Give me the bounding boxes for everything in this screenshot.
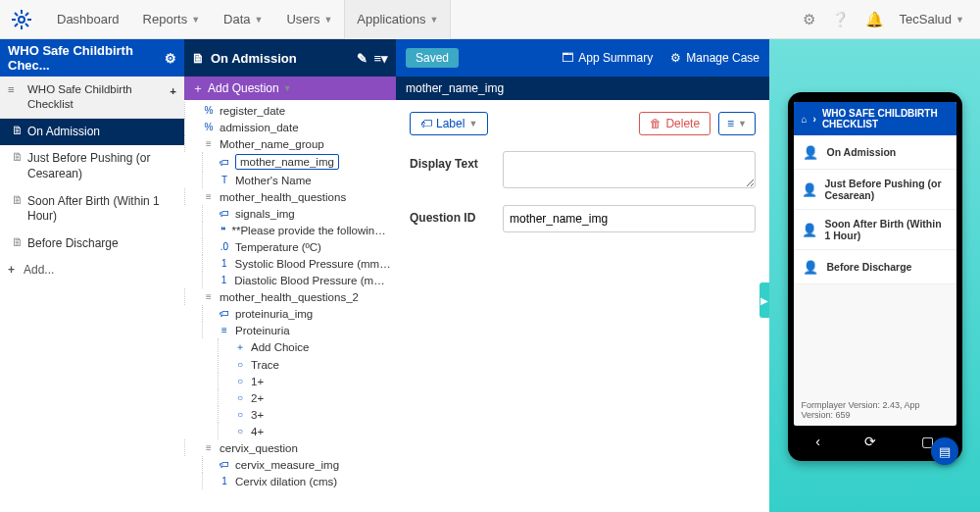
question-item[interactable]: 🏷mother_name_img	[184, 152, 396, 172]
question-item[interactable]: 1Systolic Blood Pressure (mmHg)	[184, 255, 396, 272]
phone-frame: ⌂ › WHO SAFE CHILDBIRTH CHECKLIST 👤On Ad…	[788, 92, 962, 461]
home-icon[interactable]: ⌂	[802, 114, 808, 125]
phone-menu-item[interactable]: 👤Before Discharge	[794, 250, 956, 284]
menu-item-icon: 👤	[802, 143, 819, 161]
image-icon: 🏷	[218, 208, 231, 219]
add-question-button[interactable]: ＋ Add Question ▼	[184, 77, 396, 100]
choice-item[interactable]: ○1+	[184, 373, 396, 389]
question-item[interactable]: %admission_date	[184, 119, 396, 135]
select-icon: ≡	[218, 325, 231, 335]
app-summary-label: App Summary	[578, 51, 653, 65]
phone-menu-item[interactable]: 👤On Admission	[794, 135, 956, 170]
question-menu-button[interactable]: ≡▼	[718, 112, 756, 135]
display-text-input[interactable]	[503, 151, 756, 188]
question-group[interactable]: ≡mother_health_questions_2	[184, 288, 396, 305]
choice-icon: ○	[233, 392, 247, 403]
choice-icon: ○	[233, 359, 247, 370]
back-icon[interactable]: ‹	[815, 434, 820, 449]
svg-point-0	[19, 17, 24, 23]
notifications-icon[interactable]: 🔔	[865, 11, 884, 28]
question-item[interactable]: .0Temperature (ºC)	[184, 238, 396, 255]
add-module-button[interactable]: + Add...	[0, 257, 184, 282]
add-form-icon[interactable]: +	[170, 84, 176, 99]
question-item[interactable]: 🏷signals_img	[184, 205, 396, 222]
phone-menu-item[interactable]: 👤Just Before Pushing (or Cesarean)	[794, 170, 956, 210]
form-item[interactable]: 🗎Just Before Pushing (or Cesarean)	[0, 145, 184, 187]
question-detail-panel: Saved 🗔App Summary ⚙Manage Case mother_n…	[396, 39, 769, 512]
choice-item[interactable]: ○2+	[184, 389, 396, 406]
chevron-right-icon: ›	[813, 114, 816, 125]
choice-item[interactable]: ○Trace	[184, 356, 396, 373]
edit-icon[interactable]: ✎	[357, 51, 368, 66]
chevron-down-icon: ▼	[956, 15, 964, 25]
choice-item[interactable]: ○3+	[184, 406, 396, 423]
question-item[interactable]: 🏷proteinuria_img	[184, 305, 396, 322]
module-name: WHO Safe Childbirth Checklist	[27, 83, 132, 110]
type-label: Label	[436, 117, 465, 130]
help-icon[interactable]: ❔	[831, 11, 850, 28]
summary-icon: 🗔	[562, 51, 573, 65]
app-settings-icon[interactable]: ⚙	[165, 51, 176, 66]
settings-icon[interactable]: ⚙	[803, 11, 815, 28]
question-title-bar: mother_name_img	[396, 77, 769, 100]
question-item[interactable]: %register_date	[184, 102, 396, 119]
nav-item-reports[interactable]: Reports▼	[131, 0, 212, 39]
choice-icon: ○	[233, 409, 247, 420]
app-title-bar: WHO Safe Childbirth Chec... ⚙	[0, 39, 184, 77]
app-title: WHO Safe Childbirth Chec...	[8, 43, 165, 73]
nav-item-data[interactable]: Data▼	[212, 0, 274, 39]
menu-item-icon: 👤	[802, 180, 817, 198]
question-item[interactable]: 1Cervix dilation (cms)	[184, 473, 396, 489]
manage-case-button[interactable]: ⚙Manage Case	[670, 51, 760, 65]
preview-collapse-tab[interactable]: ▶	[760, 282, 769, 318]
question-group[interactable]: ≡Mother_name_group	[184, 135, 396, 152]
app-summary-button[interactable]: 🗔App Summary	[562, 51, 653, 65]
list-icon: ≡	[8, 82, 15, 97]
phone-menu-list: 👤On Admission👤Just Before Pushing (or Ce…	[794, 135, 956, 394]
chevron-down-icon: ▼	[468, 119, 477, 128]
nav-items: DashboardReports▼Data▼Users▼Applications…	[45, 0, 451, 39]
image-icon: 🏷	[218, 459, 231, 470]
question-item[interactable]: 1Diastolic Blood Pressure (mmHg)	[184, 272, 396, 288]
phone-header: ⌂ › WHO SAFE CHILDBIRTH CHECKLIST	[794, 102, 956, 135]
refresh-icon[interactable]: ⟳	[864, 434, 876, 449]
phone-menu-item[interactable]: 👤Soon After Birth (Within 1 Hour)	[794, 210, 956, 250]
trash-icon: 🗑	[650, 117, 662, 130]
nav-item-users[interactable]: Users▼	[274, 0, 344, 39]
manage-case-label: Manage Case	[686, 51, 760, 65]
question-type-button[interactable]: 🏷Label▼	[410, 112, 488, 135]
image-icon: 🏷	[218, 308, 231, 319]
choice-icon: ○	[233, 426, 247, 436]
image-icon: 🏷	[218, 157, 231, 168]
module-header[interactable]: ≡ WHO Safe Childbirth Checklist +	[0, 77, 184, 119]
question-toolbar: 🏷Label▼ 🗑Delete ≡▼	[410, 112, 756, 135]
form-item[interactable]: 🗎Before Discharge	[0, 230, 184, 258]
question-group[interactable]: ≡mother_health_questions	[184, 188, 396, 205]
group-icon: ≡	[202, 138, 216, 149]
text-icon: T	[218, 175, 231, 185]
delete-button[interactable]: 🗑Delete	[639, 112, 710, 135]
nav-item-applications[interactable]: Applications▼	[344, 0, 451, 39]
group-icon: ≡	[202, 191, 216, 202]
question-item[interactable]: TMother's Name	[184, 172, 396, 188]
phone-fab[interactable]: ▤	[931, 437, 958, 465]
question-group[interactable]: ≡cervix_question	[184, 439, 396, 456]
choice-item[interactable]: ○4+	[184, 423, 396, 439]
question-item[interactable]: ≡Proteinuria	[184, 322, 396, 338]
display-text-label: Display Text	[410, 151, 503, 171]
form-item[interactable]: 🗎Soon After Birth (Within 1 Hour)	[0, 188, 184, 230]
question-id-input[interactable]	[503, 205, 756, 232]
add-choice-row[interactable]: ＋Add Choice	[184, 338, 396, 356]
integer-icon: 1	[218, 476, 231, 486]
form-menu-icon[interactable]: ≡▾	[373, 51, 388, 66]
form-item[interactable]: 🗎On Admission	[0, 119, 184, 146]
question-tree: %register_date%admission_date≡Mother_nam…	[184, 100, 396, 512]
question-item[interactable]: 🏷cervix_measure_img	[184, 456, 396, 473]
question-item[interactable]: ❝**Please provide the following informat…	[184, 222, 396, 238]
user-menu[interactable]: TecSalud▼	[900, 12, 964, 26]
menu-item-icon: 👤	[802, 258, 819, 276]
nav-item-dashboard[interactable]: Dashboard	[45, 0, 131, 39]
app-sidebar: WHO Safe Childbirth Chec... ⚙ ≡ WHO Safe…	[0, 39, 184, 512]
phone-header-title: WHO SAFE CHILDBIRTH CHECKLIST	[822, 108, 949, 129]
plus-icon: ＋	[192, 80, 204, 97]
